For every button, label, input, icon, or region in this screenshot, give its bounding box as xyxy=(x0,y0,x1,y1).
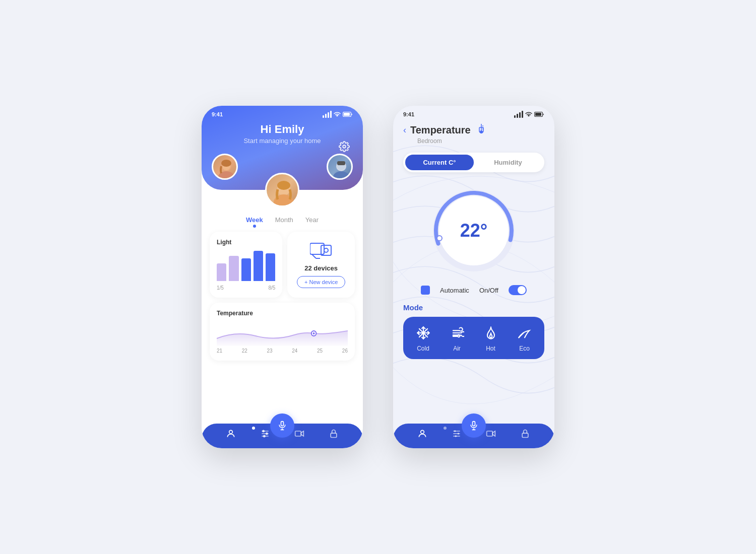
gear-icon[interactable] xyxy=(339,141,353,155)
tab-current-c[interactable]: Current C° xyxy=(405,155,474,170)
mode-section: Mode xyxy=(393,303,554,359)
svg-point-50 xyxy=(454,430,456,432)
mode-grid: Cold Air xyxy=(403,317,544,359)
svg-rect-1 xyxy=(344,113,350,116)
bar-dates: 1/5 8/5 xyxy=(217,285,275,291)
battery-icon xyxy=(343,112,353,117)
svg-rect-28 xyxy=(281,422,284,426)
svg-rect-31 xyxy=(295,431,301,436)
phone2-content: 9:41 xyxy=(393,106,554,448)
svg-point-46 xyxy=(421,430,424,434)
svg-point-25 xyxy=(263,430,264,432)
tab-month[interactable]: Month xyxy=(275,216,293,226)
mic-button-2[interactable] xyxy=(462,413,486,438)
mode-hot[interactable]: Hot xyxy=(476,324,506,352)
hot-label: Hot xyxy=(486,345,495,352)
svg-point-41 xyxy=(437,236,442,241)
mic-button-1[interactable] xyxy=(270,413,294,438)
temp-date-2: 22 xyxy=(242,348,247,354)
mode-eco[interactable]: Eco xyxy=(510,324,539,352)
bar-2 xyxy=(229,256,238,281)
temp-date-3: 23 xyxy=(267,348,273,354)
svg-rect-13 xyxy=(337,161,345,165)
svg-point-27 xyxy=(264,435,265,437)
active-dot-2 xyxy=(444,427,447,430)
status-icons-1 xyxy=(323,111,353,118)
status-icons-2 xyxy=(514,111,544,118)
dial-container: 22° xyxy=(393,185,554,276)
avatar-left[interactable] xyxy=(212,154,238,180)
phone1-header: 9:41 Hi Emily Start m xyxy=(202,106,363,190)
status-bar-2: 9:41 xyxy=(403,106,544,121)
temp-date-5: 25 xyxy=(317,348,323,354)
wifi-icon xyxy=(334,112,341,117)
light-card: Light 1/5 8/5 xyxy=(210,232,282,298)
bar-1 xyxy=(217,263,226,281)
temp-chart xyxy=(217,321,348,346)
temperature-dial[interactable]: 22° xyxy=(428,185,519,276)
temp-date-6: 26 xyxy=(342,348,348,354)
temp-label: Temperature xyxy=(217,310,348,317)
mode-air[interactable]: Air xyxy=(442,324,472,352)
toggle-tabs: Current C° Humidity xyxy=(403,153,544,172)
tab-week[interactable]: Week xyxy=(246,216,263,226)
sliders-nav-icon-2[interactable] xyxy=(452,429,462,441)
sliders-nav-icon[interactable] xyxy=(260,429,270,441)
person-nav-icon-2[interactable] xyxy=(417,429,427,441)
phone1-content: Week Month Year Light 1/5 8/5 xyxy=(202,211,363,424)
onoff-label: On/Off xyxy=(479,287,498,294)
bottom-nav-1 xyxy=(202,424,363,448)
devices-card: 22 devices + New device xyxy=(287,232,355,298)
mode-cold[interactable]: Cold xyxy=(408,324,438,352)
svg-rect-56 xyxy=(487,431,493,436)
back-button[interactable]: ‹ xyxy=(403,125,406,135)
time-tabs: Week Month Year xyxy=(210,216,355,226)
video-nav-icon-2[interactable] xyxy=(486,429,496,441)
wind-icon xyxy=(448,324,466,342)
tab-humidity[interactable]: Humidity xyxy=(474,155,542,170)
page-title: Temperature xyxy=(410,124,471,136)
svg-point-21 xyxy=(229,430,233,434)
devices-icon xyxy=(310,241,332,261)
time-2: 9:41 xyxy=(403,111,414,117)
temp-date-1: 21 xyxy=(217,348,222,354)
svg-line-17 xyxy=(312,254,316,258)
new-device-button[interactable]: + New device xyxy=(297,276,345,288)
svg-rect-34 xyxy=(535,113,541,116)
person-nav-icon[interactable] xyxy=(226,429,236,441)
bottom-nav-2 xyxy=(393,424,554,448)
controls-row: Automatic On/Off xyxy=(403,285,544,295)
leaf-icon xyxy=(516,324,534,342)
cards-row: Light 1/5 8/5 xyxy=(210,232,355,298)
thermometer-icon xyxy=(478,123,485,137)
phone2: 9:41 xyxy=(393,106,554,448)
page-title-group: Temperature xyxy=(410,123,485,137)
video-nav-icon[interactable] xyxy=(294,429,304,441)
tab-year[interactable]: Year xyxy=(305,216,319,226)
temp-dates: 21 22 23 24 25 26 xyxy=(217,348,348,354)
svg-point-35 xyxy=(480,130,483,133)
date-end: 8/5 xyxy=(268,285,275,291)
bar-3 xyxy=(241,258,251,281)
eco-label: Eco xyxy=(519,345,530,352)
status-bar-1: 9:41 xyxy=(202,106,363,121)
auto-label: Automatic xyxy=(440,287,469,294)
active-dot xyxy=(252,427,255,430)
svg-point-2 xyxy=(343,145,346,148)
lock-nav-icon[interactable] xyxy=(329,429,339,441)
svg-point-20 xyxy=(313,332,315,334)
avatar-center[interactable] xyxy=(265,173,299,207)
time-1: 9:41 xyxy=(212,111,223,117)
svg-point-6 xyxy=(221,160,231,167)
date-start: 1/5 xyxy=(217,285,224,291)
phone1: 9:41 Hi Emily Start m xyxy=(202,106,363,448)
lock-nav-icon-2[interactable] xyxy=(520,429,530,441)
avatar-right[interactable] xyxy=(327,154,353,180)
onoff-toggle[interactable] xyxy=(509,285,527,295)
cold-label: Cold xyxy=(417,345,429,352)
bar-4 xyxy=(254,251,263,281)
bar-chart xyxy=(217,251,275,281)
dial-value: 22° xyxy=(460,220,487,241)
svg-point-16 xyxy=(324,248,328,252)
air-label: Air xyxy=(453,345,461,352)
